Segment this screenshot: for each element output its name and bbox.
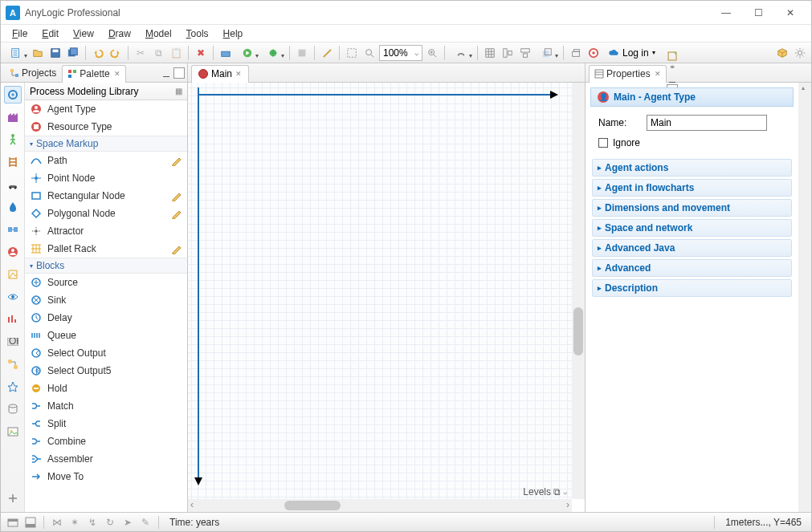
tab-properties[interactable]: Properties ✕ bbox=[589, 65, 667, 83]
sb-snap2-icon[interactable]: ✶ bbox=[67, 515, 82, 530]
close-button[interactable]: ✕ bbox=[774, 2, 806, 24]
section-dimensions[interactable]: Dimensions and movement bbox=[592, 199, 792, 217]
item-sink[interactable]: Sink bbox=[25, 291, 187, 309]
maximize-button[interactable]: ☐ bbox=[742, 2, 774, 24]
section-agent-actions[interactable]: Agent actions bbox=[592, 159, 792, 177]
editor-tab-main[interactable]: Main ✕ bbox=[191, 65, 249, 83]
zoom-combo[interactable]: 100% bbox=[379, 45, 422, 61]
highlight-button[interactable] bbox=[319, 45, 335, 61]
stop-button[interactable] bbox=[294, 45, 310, 61]
menu-tools[interactable]: Tools bbox=[180, 26, 215, 41]
item-path[interactable]: Path bbox=[25, 152, 187, 169]
sb-snap1-icon[interactable]: ⋈ bbox=[50, 515, 64, 530]
menu-file[interactable]: File bbox=[6, 26, 34, 41]
undo-button[interactable] bbox=[90, 45, 106, 61]
new-button[interactable] bbox=[4, 45, 28, 61]
section-description[interactable]: Description bbox=[592, 279, 792, 297]
scrollbar-vertical[interactable] bbox=[572, 83, 585, 499]
close-icon[interactable]: ✕ bbox=[114, 70, 120, 78]
cat-road[interactable] bbox=[4, 176, 22, 193]
scrollbar-horizontal[interactable] bbox=[188, 499, 572, 512]
zoom-in-button[interactable] bbox=[424, 45, 440, 61]
item-poly-node[interactable]: Polygonal Node bbox=[25, 205, 187, 222]
item-rect-node[interactable]: Rectangular Node bbox=[25, 187, 187, 205]
minimize-button[interactable]: — bbox=[710, 2, 742, 24]
menu-help[interactable]: Help bbox=[217, 26, 250, 41]
cat-manufacturing[interactable] bbox=[4, 108, 22, 126]
sb-collapse-icon[interactable] bbox=[23, 515, 38, 530]
name-field[interactable] bbox=[647, 115, 767, 131]
maximize-view-button[interactable] bbox=[173, 67, 185, 79]
item-select-output5[interactable]: Select Output5 bbox=[25, 362, 187, 380]
item-move-to[interactable]: Move To bbox=[25, 468, 187, 485]
build-button[interactable] bbox=[218, 45, 234, 61]
canvas-area[interactable]: Levels ⧉ ⌵ bbox=[188, 83, 585, 512]
close-icon[interactable]: ✕ bbox=[235, 70, 242, 78]
section-advanced-java[interactable]: Advanced Java bbox=[592, 239, 792, 257]
cat-action[interactable] bbox=[4, 378, 22, 396]
open-button[interactable] bbox=[30, 45, 46, 61]
sb-snap3-icon[interactable]: ↯ bbox=[85, 515, 100, 530]
cat-state[interactable] bbox=[4, 355, 22, 373]
palette-list[interactable]: Agent Type Resource Type Space Markup Pa… bbox=[25, 100, 187, 512]
cat-connectivity[interactable] bbox=[4, 400, 22, 418]
paste-button[interactable]: 📋 bbox=[168, 45, 184, 61]
item-resource-type[interactable]: Resource Type bbox=[25, 118, 187, 136]
levels-control[interactable]: Levels ⧉ ⌵ bbox=[523, 486, 567, 497]
cat-agent[interactable] bbox=[4, 243, 22, 261]
sb-snap6-icon[interactable]: ✎ bbox=[138, 515, 153, 530]
cat-space[interactable] bbox=[4, 288, 22, 306]
grid-button[interactable] bbox=[482, 45, 498, 61]
cat-add[interactable] bbox=[4, 489, 22, 507]
tab-projects[interactable]: Projects bbox=[4, 64, 62, 82]
snap-button[interactable] bbox=[449, 45, 473, 61]
save-all-button[interactable] bbox=[65, 45, 81, 61]
item-select-output[interactable]: Select Output bbox=[25, 344, 187, 362]
item-match[interactable]: Match bbox=[25, 397, 187, 415]
cat-controls[interactable]: OK bbox=[4, 333, 22, 351]
cat-pictures[interactable] bbox=[4, 423, 22, 441]
menu-draw[interactable]: Draw bbox=[102, 26, 137, 41]
cat-analysis[interactable] bbox=[4, 311, 22, 328]
cat-process[interactable] bbox=[4, 86, 22, 104]
help-icon[interactable] bbox=[586, 45, 602, 61]
section-agent-flowcharts[interactable]: Agent in flowcharts bbox=[592, 179, 792, 197]
sb-snap5-icon[interactable]: ➤ bbox=[120, 515, 135, 530]
item-assembler[interactable]: Assembler bbox=[25, 450, 187, 468]
order-button[interactable] bbox=[535, 45, 559, 61]
sb-snap4-icon[interactable]: ↻ bbox=[103, 515, 117, 530]
zoom-out-button[interactable] bbox=[361, 45, 377, 61]
delete-button[interactable]: ✖ bbox=[193, 45, 209, 61]
cat-system[interactable] bbox=[4, 221, 22, 238]
item-source[interactable]: Source bbox=[25, 274, 187, 291]
item-pallet-rack[interactable]: Pallet Rack bbox=[25, 240, 187, 258]
grid-view-icon[interactable]: ▦ bbox=[175, 87, 182, 95]
copy-button[interactable]: ⧉ bbox=[150, 45, 166, 61]
item-combine[interactable]: Combine bbox=[25, 433, 187, 450]
item-hold[interactable]: Hold bbox=[25, 380, 187, 397]
cat-pedestrian[interactable] bbox=[4, 131, 22, 148]
section-space-network[interactable]: Space and network bbox=[592, 219, 792, 237]
save-button[interactable] bbox=[47, 45, 63, 61]
run-button[interactable] bbox=[235, 45, 259, 61]
login-button[interactable]: Log in ▾ bbox=[603, 45, 660, 61]
align-h-button[interactable] bbox=[500, 45, 516, 61]
zoom-fit-button[interactable] bbox=[344, 45, 360, 61]
cat-rail[interactable] bbox=[4, 153, 22, 171]
group-blocks[interactable]: Blocks bbox=[25, 258, 187, 274]
cut-button[interactable]: ✂ bbox=[133, 45, 149, 61]
item-delay[interactable]: Delay bbox=[25, 309, 187, 327]
menu-edit[interactable]: Edit bbox=[35, 26, 65, 41]
cat-presentation[interactable] bbox=[4, 266, 22, 283]
group-space-markup[interactable]: Space Markup bbox=[25, 136, 187, 152]
canvas-grid[interactable] bbox=[188, 83, 572, 499]
scrollbar-vertical[interactable] bbox=[798, 83, 811, 512]
item-attractor[interactable]: Attractor bbox=[25, 222, 187, 240]
redo-button[interactable] bbox=[108, 45, 124, 61]
minimize-view-button[interactable] bbox=[161, 67, 172, 79]
gear-icon[interactable] bbox=[792, 45, 808, 61]
item-point-node[interactable]: Point Node bbox=[25, 169, 187, 187]
close-icon[interactable]: ✕ bbox=[655, 70, 661, 78]
menu-model[interactable]: Model bbox=[139, 26, 178, 41]
sb-view-icon[interactable] bbox=[6, 515, 20, 530]
